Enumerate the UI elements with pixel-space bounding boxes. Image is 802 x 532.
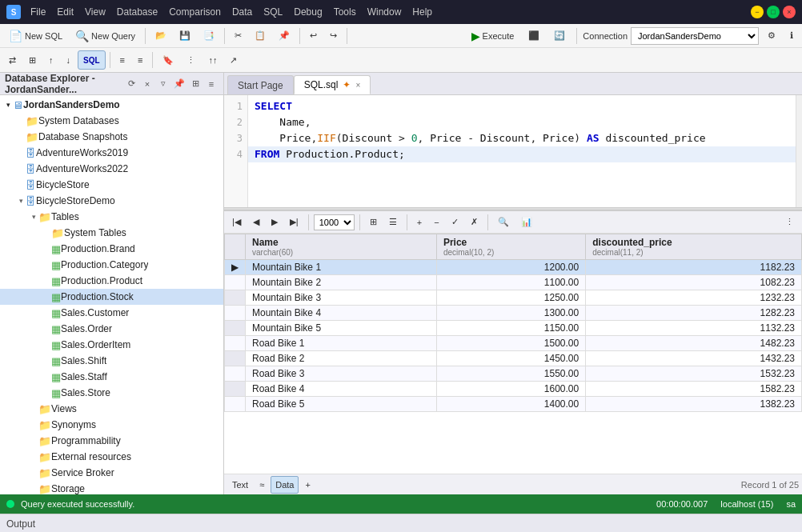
data-grid-container[interactable]: Namevarchar(60)Pricedecimal(10, 2)discou…	[224, 234, 802, 474]
tree-toggle[interactable]	[42, 324, 51, 334]
tree-item[interactable]: 📁 System Databases	[0, 113, 223, 129]
menu-data[interactable]: Data	[227, 5, 257, 19]
new-sql-button[interactable]: 📄 New SQL	[3, 26, 68, 46]
tree-toggle[interactable]: ▾	[29, 212, 38, 222]
menu-database[interactable]: Database	[112, 5, 162, 19]
cut-button[interactable]: ✂	[229, 26, 247, 46]
more-options-btn[interactable]: ⋮	[780, 214, 799, 231]
tree-item[interactable]: ▦ Production.Brand	[0, 241, 223, 257]
save-button[interactable]: 💾	[174, 26, 196, 46]
tree-item[interactable]: 📁 Storage	[0, 481, 223, 494]
prev-page-btn[interactable]: ◀	[248, 214, 264, 231]
first-page-btn[interactable]: |◀	[227, 214, 246, 231]
tb2-btn3[interactable]: ↑	[43, 50, 59, 70]
tb2-btn5[interactable]: ≡	[114, 50, 130, 70]
copy-button[interactable]: 📋	[249, 26, 271, 46]
tb2-btn9[interactable]: ↗	[224, 50, 243, 70]
next-page-btn[interactable]: ▶	[267, 214, 283, 231]
col-header[interactable]: Pricedecimal(10, 2)	[436, 234, 585, 260]
editor-scrollbar[interactable]	[796, 95, 802, 207]
tree-item[interactable]: ▾ 📁 Tables	[0, 209, 223, 225]
expand-button[interactable]: ⊞	[188, 77, 203, 91]
tb2-btn4[interactable]: ↓	[61, 50, 77, 70]
card-view-btn[interactable]: ☰	[384, 214, 402, 231]
tree-toggle[interactable]	[42, 276, 51, 286]
tab-close-button[interactable]: ×	[355, 81, 360, 90]
tree-item[interactable]: 🗄 AdventureWorks2019	[0, 145, 223, 161]
execute-button[interactable]: ▶ Execute	[466, 26, 520, 46]
tree-toggle[interactable]	[16, 132, 26, 142]
tab-switch-btn[interactable]: ≈	[255, 476, 269, 494]
tree-item[interactable]: ▦ Sales.Order	[0, 321, 223, 337]
col-header[interactable]: discounted_pricedecimal(11, 2)	[586, 234, 802, 260]
delete-row-btn[interactable]: −	[429, 214, 443, 231]
tree-toggle[interactable]	[42, 372, 51, 382]
tree-item[interactable]: 🗄 AdventureWorks2022	[0, 161, 223, 177]
menu-debug[interactable]: Debug	[289, 5, 327, 19]
table-row[interactable]: ▶Mountain Bike 11200.001182.23	[225, 260, 802, 275]
grid-view-btn[interactable]: ⊞	[365, 214, 382, 231]
minimize-button[interactable]: −	[751, 6, 764, 18]
open-button[interactable]: 📂	[150, 26, 172, 46]
refresh-tree-button[interactable]: ⟳	[124, 77, 138, 91]
new-query-button[interactable]: 🔍 New Query	[70, 26, 141, 46]
tree-toggle[interactable]	[29, 420, 38, 430]
tree-root[interactable]: ▾ 🖥 JordanSandersDemo	[0, 97, 223, 113]
menu-file[interactable]: File	[26, 5, 50, 19]
redo-button[interactable]: ↪	[324, 26, 343, 46]
table-row[interactable]: Mountain Bike 41300.001282.23	[225, 306, 802, 321]
sql-mode-button[interactable]: SQL	[78, 50, 106, 70]
table-row[interactable]: Road Bike 21450.001432.23	[225, 351, 802, 366]
tree-toggle[interactable]	[42, 356, 51, 366]
tree-item[interactable]: ▦ Sales.Staff	[0, 369, 223, 385]
menu-sql[interactable]: SQL	[259, 5, 287, 19]
row-limit-select[interactable]: 1000	[314, 214, 355, 230]
tree-item[interactable]: ▦ Production.Category	[0, 257, 223, 273]
tree-item[interactable]: 📁 System Tables	[0, 225, 223, 241]
menu-edit[interactable]: Edit	[52, 5, 78, 19]
connection-selector[interactable]: JordanSandersDemo	[631, 27, 759, 45]
editor-content[interactable]: SELECT Name, Price,IIF(Discount > 0, Pri…	[248, 95, 796, 207]
tab-data-btn[interactable]: Data	[271, 476, 299, 494]
table-row[interactable]: Road Bike 41600.001582.23	[225, 382, 802, 397]
undo-button[interactable]: ↩	[304, 26, 323, 46]
col-header[interactable]: Namevarchar(60)	[246, 234, 437, 260]
tree-item[interactable]: 📁 Service Broker	[0, 465, 223, 481]
cancel-edit-btn[interactable]: ✗	[466, 214, 483, 231]
connection-props-button[interactable]: ⚙	[762, 26, 781, 46]
close-sidebar-button[interactable]: ×	[140, 77, 154, 91]
tree-toggle[interactable]	[42, 260, 51, 270]
tree-item[interactable]: 📁 Synonyms	[0, 417, 223, 433]
tree-item[interactable]: ▦ Sales.OrderItem	[0, 337, 223, 353]
menu-help[interactable]: Help	[407, 5, 437, 19]
tree-item[interactable]: 📁 External resources	[0, 449, 223, 465]
maximize-button[interactable]: □	[767, 6, 780, 18]
menu-comparison[interactable]: Comparison	[164, 5, 226, 19]
tree-toggle[interactable]	[29, 484, 38, 494]
tree-item[interactable]: ▦ Sales.Store	[0, 385, 223, 401]
tab-sql[interactable]: SQL.sql ✦ ×	[294, 75, 371, 94]
tree-toggle[interactable]	[42, 340, 51, 350]
refresh-button[interactable]: 🔄	[548, 26, 571, 46]
tab-text-btn[interactable]: Text	[227, 476, 253, 494]
table-row[interactable]: Road Bike 31550.001532.23	[225, 366, 802, 382]
tb2-btn6[interactable]: ≡	[132, 50, 148, 70]
paste-button[interactable]: 📌	[273, 26, 295, 46]
tb2-btn7[interactable]: ⋮	[181, 50, 201, 70]
tree-toggle[interactable]	[42, 308, 51, 318]
search-btn[interactable]: 🔍	[493, 214, 514, 231]
tree-toggle[interactable]	[29, 452, 38, 462]
tree-item[interactable]: ▦ Sales.Shift	[0, 353, 223, 369]
tree-toggle[interactable]	[29, 404, 38, 414]
table-row[interactable]: Mountain Bike 21100.001082.23	[225, 275, 802, 290]
tree-toggle[interactable]	[16, 148, 26, 158]
filter-button[interactable]: ▿	[156, 77, 170, 91]
tree-item[interactable]: ▾ 🗄 BicycleStoreDemo	[0, 193, 223, 209]
tree-toggle[interactable]	[42, 388, 51, 398]
tree-item[interactable]: 📁 Database Snapshots	[0, 129, 223, 145]
tree-toggle[interactable]: ▾	[16, 196, 26, 206]
tree-item[interactable]: ▦ Production.Stock	[0, 289, 223, 305]
tree-toggle[interactable]	[42, 244, 51, 254]
more-button[interactable]: ≡	[204, 77, 219, 91]
apply-btn[interactable]: ✓	[447, 214, 463, 231]
